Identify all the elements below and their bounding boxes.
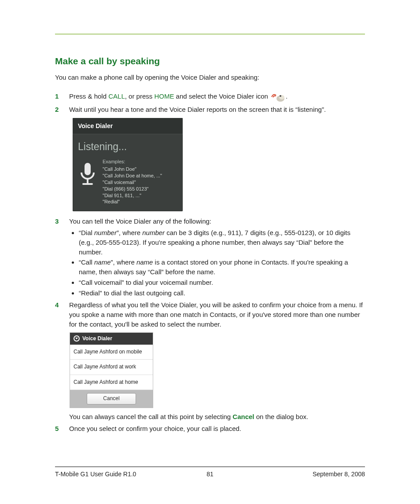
- step-5: Once you select or confirm your choice, …: [55, 424, 365, 434]
- voice-dialer-icon: [270, 92, 286, 102]
- step-3-bullet-2: “Call name”, where name is a contact sto…: [79, 258, 365, 277]
- microphone-icon: [77, 158, 98, 191]
- footer-date: September 8, 2008: [313, 471, 365, 478]
- step-3: You can tell the Voice Dialer any of the…: [55, 217, 365, 298]
- confirm-dialog-header: Voice Dialer: [70, 333, 153, 345]
- b2c: ”, where: [111, 258, 136, 266]
- step-1-text-c: and select the Voice Dialer icon: [174, 92, 270, 100]
- b2d: name: [136, 258, 153, 266]
- b1a: “Dial: [79, 229, 94, 236]
- step-1-text-a: Press & hold: [69, 92, 108, 100]
- step-3-bullet-1: “Dial number”, where number can be 3 dig…: [79, 228, 365, 257]
- vd-examples: Examples: "Call John Doe" "Call John Doe…: [103, 158, 162, 205]
- step-1-text-d: .: [286, 92, 287, 100]
- svg-rect-3: [85, 163, 91, 175]
- vd-example-5: "Dial 911, 811, ...": [103, 192, 162, 199]
- step-2-text: Wait until you hear a tone and the Voice…: [69, 106, 326, 113]
- svg-rect-4: [87, 179, 88, 183]
- svg-rect-5: [82, 183, 93, 185]
- b1b: number: [94, 229, 117, 236]
- confirm-dialog-footer: Cancel: [70, 390, 153, 407]
- vd-example-6: "Redial": [103, 199, 162, 205]
- cancel-button[interactable]: Cancel: [87, 393, 136, 404]
- vd-example-2: "Call John Doe at home, ...": [103, 173, 162, 179]
- step-3-bullet-4: “Redial” to dial the last outgoing call.: [79, 288, 365, 298]
- section-heading: Make a call by speaking: [55, 56, 365, 66]
- confirm-dialog-title: Voice Dialer: [82, 335, 112, 342]
- dropdown-icon: [74, 335, 80, 342]
- b2b: name: [94, 258, 111, 266]
- vd-examples-header: Examples:: [103, 158, 162, 165]
- vd-example-4: "Dial (866) 555 0123": [103, 186, 162, 192]
- confirm-option-1[interactable]: Call Jayne Ashford on mobile: [70, 345, 153, 360]
- vd-title: Voice Dialer: [73, 118, 183, 134]
- footer-left: T-Mobile G1 User Guide R1.0: [55, 471, 136, 478]
- step-4-p2a: You can always cancel the call at this p…: [69, 413, 232, 420]
- confirm-option-3[interactable]: Call Jayne Ashford at home: [70, 375, 153, 390]
- cancel-key: Cancel: [232, 413, 254, 420]
- b2a: “Call: [79, 258, 94, 266]
- steps-list: Press & hold CALL, or press HOME and sel…: [55, 92, 365, 434]
- vd-listening-text: Listening...: [73, 134, 183, 157]
- step-3-lead: You can tell the Voice Dialer any of the…: [69, 217, 211, 225]
- vd-example-1: "Call John Doe": [103, 166, 162, 173]
- step-1-text-b: , or press: [125, 92, 155, 100]
- svg-point-2: [280, 95, 281, 97]
- step-3-bullets: “Dial number”, where number can be 3 dig…: [69, 228, 365, 298]
- call-key: CALL: [108, 92, 125, 100]
- top-rule: [55, 33, 365, 35]
- vd-example-3: "Call voicemail": [103, 179, 162, 186]
- b1c: ”, where: [117, 229, 142, 236]
- b1d: number: [142, 229, 165, 236]
- voice-dialer-listening-card: Voice Dialer Listening... Examples: "Cal…: [73, 118, 183, 212]
- step-4-p2b: on the dialog box.: [254, 413, 309, 420]
- confirm-option-2[interactable]: Call Jayne Ashford at work: [70, 360, 153, 375]
- intro-text: You can make a phone call by opening the…: [55, 74, 365, 81]
- step-3-bullet-3: “Call voicemail” to dial your voicemail …: [79, 278, 365, 287]
- step-4-p1: Regardless of what you tell the Voice Di…: [69, 301, 363, 328]
- step-1: Press & hold CALL, or press HOME and sel…: [55, 92, 365, 102]
- home-key: HOME: [154, 92, 174, 100]
- confirm-dialog: Voice Dialer Call Jayne Ashford on mobil…: [70, 333, 153, 408]
- step-2: Wait until you hear a tone and the Voice…: [55, 105, 365, 211]
- page-footer: T-Mobile G1 User Guide R1.0 81 September…: [55, 467, 365, 478]
- step-4: Regardless of what you tell the Voice Di…: [55, 300, 365, 421]
